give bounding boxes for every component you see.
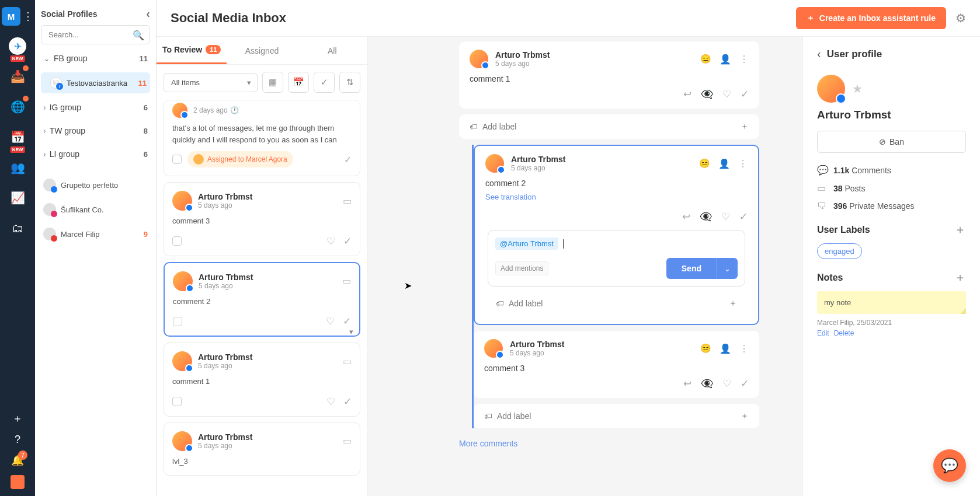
back-icon[interactable]: ‹ xyxy=(817,47,821,61)
mark-done-icon[interactable]: ✓ xyxy=(741,378,749,390)
add-label-icon[interactable]: ＋ xyxy=(954,222,966,237)
avatar-icon xyxy=(485,154,504,173)
note-delete-link[interactable]: Delete xyxy=(834,329,854,337)
mark-done-icon[interactable]: ✓ xyxy=(739,211,748,223)
select-checkbox[interactable] xyxy=(172,397,182,406)
add-label-row[interactable]: 🏷Add label＋ xyxy=(459,114,759,139)
select-checkbox[interactable] xyxy=(173,317,182,326)
inbox-card[interactable]: Arturo Trbmst5 days ago▭ lvl_3 xyxy=(164,422,360,476)
nav-publish[interactable]: ✈NEW xyxy=(8,36,27,56)
add-label-text: Add label xyxy=(509,299,543,308)
add-button[interactable]: ＋ xyxy=(12,411,23,425)
like-icon[interactable]: ♡ xyxy=(326,315,335,327)
like-icon[interactable]: ♡ xyxy=(722,378,731,390)
reply-icon[interactable]: ↩ xyxy=(683,88,691,100)
facebook-badge-icon xyxy=(496,351,504,359)
chevron-down-icon: ⌄ xyxy=(724,264,731,273)
like-icon[interactable]: ♡ xyxy=(326,235,335,247)
add-label-row[interactable]: 🏷Add label＋ xyxy=(474,404,759,428)
inbox-card[interactable]: Arturo Trbmst5 days ago▭ comment 3 ♡✓ xyxy=(164,182,360,256)
mark-done-icon[interactable]: ✓ xyxy=(344,154,352,165)
workspace-menu-icon[interactable]: ⋮ xyxy=(23,10,33,23)
add-note-icon[interactable]: ＋ xyxy=(954,270,966,285)
profiles-panel: Social Profiles ‹ 🔍 ⌄FB group 11 🏳️fTest… xyxy=(35,0,157,496)
group-ig[interactable]: ›IG group 6 xyxy=(41,98,150,117)
notifications-button[interactable]: 🔔7 xyxy=(11,454,24,467)
assign-icon[interactable]: 👤 xyxy=(720,343,731,354)
mark-done-icon[interactable]: ✓ xyxy=(343,235,352,247)
workspace-avatar[interactable]: M xyxy=(2,7,20,26)
more-comments-link[interactable]: More comments xyxy=(459,434,759,453)
ban-button[interactable]: ⊘Ban xyxy=(817,131,966,153)
favorite-star-icon[interactable]: ★ xyxy=(852,82,863,96)
tab-to-review[interactable]: To Review11 xyxy=(157,37,227,64)
select-checkbox[interactable] xyxy=(172,155,182,164)
profile-suflikant[interactable]: Šuflikant Co. xyxy=(41,200,150,219)
inbox-card-selected[interactable]: Arturo Trbmst5 days ago▭ comment 2 ♡✓ xyxy=(164,262,360,337)
avatar-icon xyxy=(172,351,192,371)
more-icon[interactable]: ⋮ xyxy=(739,54,749,65)
tab-assigned[interactable]: Assigned xyxy=(227,37,297,64)
settings-icon[interactable]: ⚙ xyxy=(955,11,966,25)
profile-count: 9 xyxy=(144,230,148,239)
mark-done-icon[interactable]: ✓ xyxy=(343,315,351,327)
nav-listening[interactable]: 🌐 xyxy=(8,97,27,117)
group-fb[interactable]: ⌄FB group 11 xyxy=(41,49,150,68)
more-icon[interactable]: ⋮ xyxy=(739,343,749,354)
filter-date-button[interactable]: 📅 xyxy=(288,72,309,93)
group-label: TW group xyxy=(50,126,85,135)
mention-chip[interactable]: @Arturo Trbmst xyxy=(495,237,558,250)
inbox-card[interactable]: 2 days ago 🕐 that's a lot of messages, l… xyxy=(164,100,360,176)
sentiment-icon[interactable]: 😑 xyxy=(699,158,710,169)
help-button[interactable]: ? xyxy=(15,434,20,446)
nav-audiences[interactable]: 👥 xyxy=(8,158,27,177)
add-mentions-button[interactable]: Add mentions xyxy=(495,261,548,275)
assign-icon[interactable]: 👤 xyxy=(720,54,731,65)
select-checkbox[interactable] xyxy=(172,236,182,246)
sentiment-icon[interactable]: 😑 xyxy=(700,343,711,354)
tab-all[interactable]: All xyxy=(297,37,367,64)
assign-icon[interactable]: 👤 xyxy=(718,158,730,169)
network-badge-icon xyxy=(51,235,57,242)
sentiment-icon[interactable]: 😑 xyxy=(700,54,711,64)
create-rule-button[interactable]: ＋Create an Inbox assistant rule xyxy=(796,7,946,29)
see-translation-link[interactable]: See translation xyxy=(485,193,536,201)
like-icon[interactable]: ♡ xyxy=(721,211,730,223)
filter-type-select[interactable]: All items xyxy=(164,73,258,92)
profile-grupetto[interactable]: Grupetto perfetto xyxy=(41,175,150,195)
nav-analytics[interactable]: 📈 xyxy=(8,188,27,208)
nav-library[interactable]: 🗂 xyxy=(8,218,27,238)
send-button[interactable]: Send xyxy=(666,258,717,279)
inbox-card[interactable]: Arturo Trbmst5 days ago▭ comment 1 ♡✓ xyxy=(164,343,360,417)
hide-icon[interactable]: 👁‍🗨 xyxy=(700,211,712,223)
reply-icon[interactable]: ↩ xyxy=(683,378,691,390)
add-label-row[interactable]: 🏷Add label＋ xyxy=(485,291,748,316)
profile-testovaciastranka[interactable]: 🏳️fTestovaciastranka 11 xyxy=(41,72,150,93)
intercom-chat-button[interactable]: 💬 xyxy=(933,449,966,482)
user-label-chip[interactable]: engaged xyxy=(817,243,862,259)
group-li[interactable]: ›LI group 6 xyxy=(41,145,150,163)
like-icon[interactable]: ♡ xyxy=(326,396,335,408)
reply-composer[interactable]: @Arturo Trbmst Add mentions Send ⌄ xyxy=(488,230,745,287)
nav-inbox[interactable]: 📥 xyxy=(8,67,27,86)
video-folder-icon: 🗂 xyxy=(12,222,23,235)
nav-calendar[interactable]: 📅NEW xyxy=(8,127,27,147)
hide-icon[interactable]: 👁‍🗨 xyxy=(701,378,713,390)
apps-button[interactable] xyxy=(11,475,25,489)
mark-done-icon[interactable]: ✓ xyxy=(343,396,352,408)
stat-posts: ▭38 Posts xyxy=(817,183,966,194)
send-dropdown-button[interactable]: ⌄ xyxy=(717,258,738,279)
group-tw[interactable]: ›TW group 8 xyxy=(41,121,150,140)
filter-sort-button[interactable]: ⇅ xyxy=(339,72,360,93)
note-edit-link[interactable]: Edit xyxy=(817,329,829,337)
filter-status-button[interactable]: ✓ xyxy=(314,72,335,93)
mark-done-icon[interactable]: ✓ xyxy=(741,88,749,100)
reply-icon[interactable]: ↩ xyxy=(682,211,690,223)
more-icon[interactable]: ⋮ xyxy=(738,158,748,169)
profile-marcel[interactable]: Marcel Filip9 xyxy=(41,224,150,244)
hide-icon[interactable]: 👁‍🗨 xyxy=(701,88,713,100)
like-icon[interactable]: ♡ xyxy=(722,88,731,100)
filter-layout-button[interactable]: ▦ xyxy=(262,72,283,93)
card-author: Arturo Trbmst xyxy=(198,192,337,201)
collapse-panel-icon[interactable]: ‹ xyxy=(146,7,150,20)
